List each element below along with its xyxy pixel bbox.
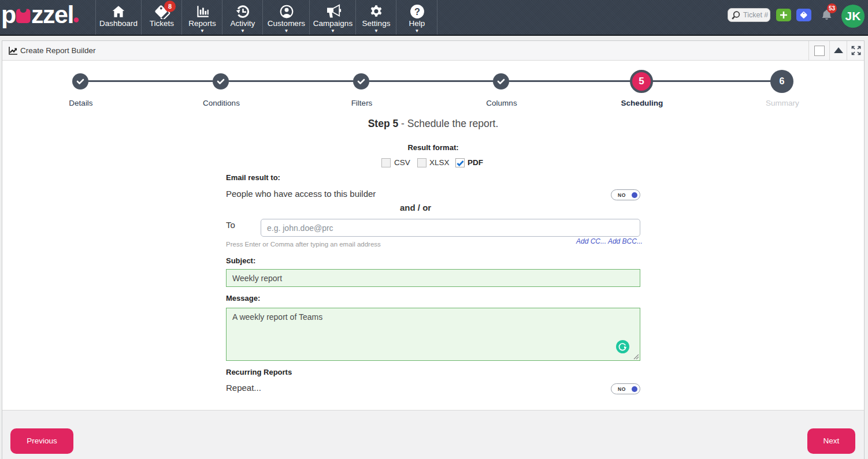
svg-text:p: p (1, 1, 16, 28)
svg-text:?: ? (414, 6, 420, 17)
svg-text:zzel: zzel (31, 1, 73, 28)
